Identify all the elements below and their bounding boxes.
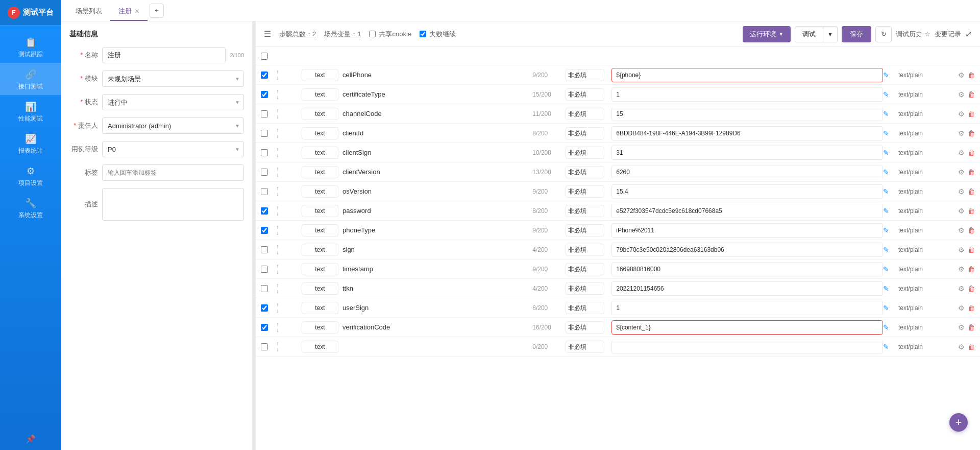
value-input[interactable]: e5272f303547dcdc5e9c618cd07668a5 — [611, 204, 883, 218]
row-checkbox[interactable] — [261, 246, 268, 253]
required-select[interactable]: 非必填 — [566, 321, 604, 334]
tab-register[interactable]: 注册 ✕ — [110, 3, 148, 21]
required-select[interactable]: 非必填 — [566, 205, 604, 217]
delete-icon[interactable]: 🗑 — [968, 90, 975, 99]
cookie-checkbox-label[interactable]: 共享cookie — [369, 30, 411, 39]
up-button[interactable]: ↑ — [276, 321, 279, 327]
row-value-cell[interactable]: 6260 — [611, 165, 883, 179]
pin-icon[interactable]: 📌 — [26, 434, 36, 444]
status-select[interactable]: 进行中 — [102, 94, 244, 110]
delete-icon[interactable]: 🗑 — [968, 265, 975, 273]
edit-icon[interactable]: ✎ — [883, 285, 889, 293]
down-button[interactable]: ↓ — [276, 192, 279, 198]
up-button[interactable]: ↑ — [276, 263, 279, 269]
down-button[interactable]: ↓ — [276, 289, 279, 295]
up-button[interactable]: ↑ — [276, 166, 279, 172]
debug-arrow-button[interactable]: ▼ — [823, 26, 838, 42]
row-checkbox[interactable] — [261, 91, 268, 98]
sidebar-item-api-test[interactable]: 🔗 接口测试 — [0, 63, 61, 95]
up-button[interactable]: ↑ — [276, 108, 279, 114]
up-button[interactable]: ↑ — [276, 302, 279, 308]
value-input[interactable]: 1 — [611, 87, 883, 102]
delete-icon[interactable]: 🗑 — [968, 187, 975, 196]
edit-icon[interactable]: ✎ — [883, 207, 889, 215]
type-select[interactable]: text — [302, 69, 338, 81]
tab-close-icon[interactable]: ✕ — [135, 9, 139, 14]
down-button[interactable]: ↓ — [276, 347, 279, 353]
row-value-cell[interactable] — [611, 340, 883, 354]
edit-icon[interactable]: ✎ — [883, 265, 889, 273]
type-select[interactable]: text — [302, 282, 338, 295]
row-value-cell[interactable]: 6BDDB484-198F-446E-A194-3B99F12989D6 — [611, 126, 883, 140]
cookie-checkbox[interactable] — [369, 31, 376, 37]
tab-scene-list[interactable]: 场景列表 — [67, 3, 110, 21]
settings-icon[interactable]: ⚙ — [958, 168, 965, 176]
settings-icon[interactable]: ⚙ — [958, 226, 965, 234]
up-button[interactable]: ↑ — [276, 341, 279, 347]
tab-add-button[interactable]: + — [150, 4, 164, 18]
row-value-cell[interactable]: ${phone} — [611, 68, 883, 82]
down-button[interactable]: ↓ — [276, 230, 279, 236]
delete-icon[interactable]: 🗑 — [968, 110, 975, 118]
edit-icon[interactable]: ✎ — [883, 187, 889, 196]
row-value-cell[interactable]: 15 — [611, 107, 883, 121]
edit-icon[interactable]: ✎ — [883, 343, 889, 351]
up-button[interactable]: ↑ — [276, 224, 279, 230]
settings-icon[interactable]: ⚙ — [958, 110, 965, 118]
type-select[interactable]: text — [302, 302, 338, 314]
settings-icon[interactable]: ⚙ — [958, 90, 965, 99]
add-row-button[interactable]: + — [949, 413, 968, 432]
delete-icon[interactable]: 🗑 — [968, 323, 975, 331]
desc-input[interactable] — [102, 188, 244, 221]
edit-icon[interactable]: ✎ — [883, 110, 889, 118]
select-all-checkbox[interactable] — [261, 53, 268, 60]
type-select[interactable]: text — [302, 185, 338, 198]
type-select[interactable]: text — [302, 341, 338, 353]
row-checkbox[interactable] — [261, 343, 268, 350]
delete-icon[interactable]: 🗑 — [968, 226, 975, 234]
value-input[interactable]: ${content_1} — [611, 320, 883, 335]
expand-icon[interactable]: ⤢ — [965, 29, 972, 39]
value-input[interactable]: 6BDDB484-198F-446E-A194-3B99F12989D6 — [611, 126, 883, 140]
down-button[interactable]: ↓ — [276, 94, 279, 101]
required-select[interactable]: 非必填 — [566, 69, 604, 81]
required-select[interactable]: 非必填 — [566, 147, 604, 159]
required-select[interactable]: 非必填 — [566, 341, 604, 353]
required-select[interactable]: 非必填 — [566, 88, 604, 101]
row-value-cell[interactable]: 1 — [611, 87, 883, 102]
type-select[interactable]: text — [302, 108, 338, 120]
settings-icon[interactable]: ⚙ — [958, 207, 965, 215]
down-button[interactable]: ↓ — [276, 250, 279, 256]
sidebar-item-system[interactable]: 🔧 系统设置 — [0, 192, 61, 224]
down-button[interactable]: ↓ — [276, 211, 279, 217]
up-button[interactable]: ↑ — [276, 185, 279, 192]
down-button[interactable]: ↓ — [276, 308, 279, 314]
down-button[interactable]: ↓ — [276, 269, 279, 275]
type-select[interactable]: text — [302, 205, 338, 217]
required-select[interactable]: 非必填 — [566, 185, 604, 198]
row-checkbox[interactable] — [261, 188, 268, 195]
debug-history-link[interactable]: 调试历史 ☆ — [896, 30, 930, 39]
row-checkbox[interactable] — [261, 110, 268, 117]
module-select[interactable]: 未规划场景 — [102, 70, 244, 87]
up-button[interactable]: ↑ — [276, 127, 279, 133]
settings-icon[interactable]: ⚙ — [958, 285, 965, 293]
edit-icon[interactable]: ✎ — [883, 323, 889, 331]
value-input[interactable]: 20221201154656 — [611, 281, 883, 296]
run-env-button[interactable]: 运行环境 ▼ — [743, 26, 791, 42]
value-input[interactable]: 31 — [611, 146, 883, 160]
down-button[interactable]: ↓ — [276, 75, 279, 81]
value-input[interactable]: 15.4 — [611, 184, 883, 199]
row-checkbox[interactable] — [261, 266, 268, 273]
delete-icon[interactable]: 🗑 — [968, 246, 975, 254]
row-checkbox[interactable] — [261, 130, 268, 137]
delete-icon[interactable]: 🗑 — [968, 207, 975, 215]
edit-icon[interactable]: ✎ — [883, 226, 889, 234]
fail-continue-checkbox[interactable] — [420, 31, 426, 37]
row-value-cell[interactable]: e5272f303547dcdc5e9c618cd07668a5 — [611, 204, 883, 218]
settings-icon[interactable]: ⚙ — [958, 265, 965, 273]
settings-icon[interactable]: ⚙ — [958, 187, 965, 196]
row-checkbox[interactable] — [261, 227, 268, 234]
type-select[interactable]: text — [302, 263, 338, 275]
settings-icon[interactable]: ⚙ — [958, 149, 965, 157]
